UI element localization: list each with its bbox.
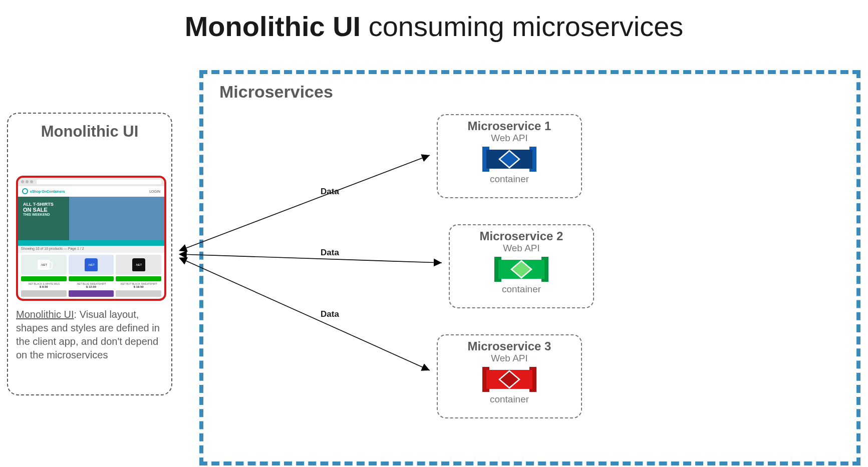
product-card: .NET .NET BLACK & WHITE MUG$ 8.50 [21, 255, 67, 288]
site-header: eShop OnContainers LOGIN [18, 186, 164, 197]
svg-rect-11 [494, 257, 501, 260]
service-name: Microservice 2 [480, 229, 563, 243]
add-to-cart-button [69, 276, 114, 281]
hero-banner: ALL T-SHIRTS ON SALE THIS WEEKEND [18, 197, 164, 241]
filter-bar [18, 240, 164, 246]
login-link: LOGIN [149, 190, 160, 193]
title-bold: Monolithic UI [185, 11, 361, 42]
microservice-1-box: Microservice 1 Web API container [437, 114, 582, 198]
service-api-label: Web API [491, 133, 528, 144]
svg-rect-19 [482, 367, 489, 370]
svg-rect-10 [544, 258, 548, 281]
microservices-panel: Microservices Microservice 1 Web API con… [199, 70, 860, 465]
product-grid: .NET .NET BLACK & WHITE MUG$ 8.50 .NET .… [18, 253, 164, 290]
service-name: Microservice 1 [468, 119, 551, 133]
svg-rect-6 [529, 169, 536, 172]
browser-chrome [18, 178, 164, 186]
svg-rect-22 [529, 389, 536, 392]
product-card: .NET .NET BLUE SWEATSHIRT$ 12.00 [69, 255, 114, 288]
svg-rect-14 [541, 279, 548, 282]
brand-text: eShop OnContainers [30, 190, 65, 193]
monolithic-ui-note: Monolithic UI: Visual layout, shapes and… [16, 308, 163, 362]
arrow-label-3: Data [321, 309, 339, 319]
note-lead: Monolithic UI [16, 309, 74, 320]
product-card: .NET .NET BOT BLACK SWEATSHIRT$ 19.50 [116, 255, 161, 288]
svg-rect-12 [541, 257, 548, 260]
breadcrumb: Showing 10 of 16 products — Page 1 / 2 [18, 246, 164, 252]
svg-rect-13 [494, 279, 501, 282]
title-rest: consuming microservices [361, 11, 683, 42]
container-label: container [490, 394, 529, 405]
container-label: container [490, 174, 529, 185]
svg-rect-9 [494, 258, 498, 281]
microservice-3-box: Microservice 3 Web API container [437, 334, 582, 418]
service-name: Microservice 3 [468, 339, 551, 353]
monolithic-ui-screenshot: eShop OnContainers LOGIN ALL T-SHIRTS ON… [16, 176, 166, 301]
hoodie-icon: .NET [85, 258, 98, 271]
monolithic-ui-heading: Monolithic UI [16, 123, 163, 141]
arrow-label-2: Data [321, 248, 339, 258]
container-icon [494, 256, 548, 283]
service-api-label: Web API [503, 243, 540, 254]
container-icon [482, 366, 536, 393]
svg-rect-17 [482, 368, 486, 391]
microservices-heading: Microservices [219, 82, 333, 102]
svg-rect-21 [482, 389, 489, 392]
logo-icon [22, 188, 28, 194]
mug-icon: .NET [38, 260, 50, 270]
diagram-title: Monolithic UI consuming microservices [0, 10, 868, 43]
product-row-2 [18, 290, 164, 299]
microservice-2-box: Microservice 2 Web API container [449, 224, 594, 308]
svg-rect-4 [529, 147, 536, 150]
service-api-label: Web API [491, 353, 528, 364]
monolithic-ui-panel: Monolithic UI eShop OnContainers LOGIN A… [7, 113, 172, 395]
add-to-cart-button [116, 276, 161, 281]
svg-rect-5 [482, 169, 489, 172]
svg-rect-3 [482, 147, 489, 150]
svg-rect-20 [529, 367, 536, 370]
arrow-label-1: Data [321, 187, 339, 197]
hoodie-icon: .NET [132, 258, 145, 271]
add-to-cart-button [21, 276, 67, 281]
svg-rect-2 [532, 148, 536, 171]
container-icon [482, 146, 536, 173]
svg-rect-18 [532, 368, 536, 391]
svg-rect-1 [482, 148, 486, 171]
container-label: container [502, 284, 541, 295]
